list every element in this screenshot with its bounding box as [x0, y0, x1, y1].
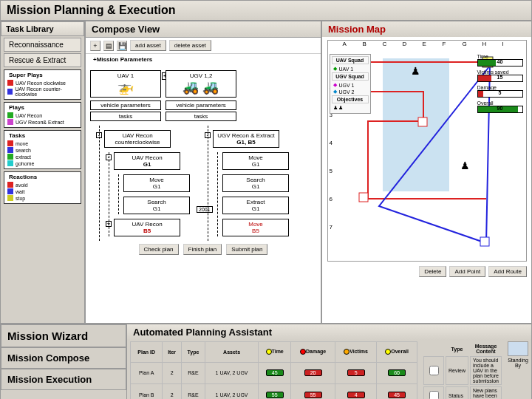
search-g1-node[interactable]: Search G1: [123, 197, 190, 214]
minus-icon[interactable]: -: [106, 154, 112, 160]
list-item[interactable]: UGV Recon& Extract: [7, 119, 78, 125]
ugv-squad-label: UGV Squad: [332, 72, 369, 81]
plays-box: Plays UAV Recon UGV Recon& Extract: [4, 102, 81, 128]
tasks-button[interactable]: tasks: [166, 112, 236, 121]
helicopter-icon: 🚁: [92, 79, 159, 95]
tasks-box: Tasks move search extract gohome: [4, 130, 81, 169]
list-item[interactable]: stop: [7, 195, 78, 201]
standing-by-label: Standing By: [508, 358, 528, 368]
map-legend: UAV Squad ◆UAV 1 UGV Squad ◆UGV 1 ◆UGV 2…: [330, 54, 371, 114]
svg-rect-3: [418, 117, 427, 126]
submit-plan-button[interactable]: Submit plan: [226, 244, 267, 255]
list-item[interactable]: UAV Recon: [7, 112, 78, 118]
minus-icon[interactable]: -: [205, 132, 211, 138]
svg-text:♟: ♟: [460, 160, 470, 171]
check-plan-button[interactable]: Check plan: [139, 244, 179, 255]
mission-map-panel: Mission Map ABCDEFGHI1234567 ♟ ♟ UAV Squ…: [321, 21, 532, 324]
task-library-tab[interactable]: Task Library: [1, 21, 84, 36]
uav1-box[interactable]: UAV 1+🚁: [90, 70, 161, 98]
mission-execution-tab[interactable]: Mission Execution: [1, 369, 126, 390]
finish-plan-button[interactable]: Finish plan: [183, 244, 222, 255]
tasks-button[interactable]: tasks: [90, 112, 161, 121]
list-item[interactable]: extract: [7, 154, 78, 160]
add-asset-button[interactable]: add asset: [130, 40, 166, 51]
plan-table: Plan IDIterTypeAssetsTimeDamageVictimsOv…: [130, 341, 417, 399]
mission-wizard-tab[interactable]: Mission Wizard: [1, 324, 126, 347]
vehicle-params-button[interactable]: vehicle parameters: [166, 100, 236, 110]
list-item[interactable]: wait: [7, 188, 78, 194]
move-g1-node[interactable]: Move G1: [123, 174, 190, 192]
table-row[interactable]: ReviewYou should include a UAV in the pl…: [423, 356, 502, 385]
list-item[interactable]: move: [7, 140, 78, 146]
msg-checkbox[interactable]: [429, 366, 439, 375]
mission-compose-tab[interactable]: Mission Compose: [1, 347, 126, 369]
vehicle-icon: 🚜 🚜: [168, 79, 234, 95]
move-b5-node[interactable]: Move B5: [222, 219, 289, 236]
svg-rect-5: [480, 237, 489, 246]
minus-icon[interactable]: -: [96, 132, 102, 138]
delete-asset-button[interactable]: delete asset: [169, 40, 211, 51]
plays-title: Plays: [6, 104, 79, 111]
assistant-icon: [508, 341, 528, 356]
save-icon[interactable]: 💾: [117, 41, 127, 51]
reactions-title: Reactions: [6, 174, 79, 180]
planning-assistant-title: Automated Planning Assistant: [127, 324, 531, 340]
uav-squad-label: UAV Squad: [332, 56, 369, 64]
mission-map-title: Mission Map: [322, 21, 531, 37]
delete-button[interactable]: Delete: [419, 266, 446, 277]
search-g1-node[interactable]: Search G1: [222, 174, 289, 192]
super-plays-box: Super Plays UAV Recon clockwise UAV Reco…: [4, 69, 81, 100]
task-library-panel: Task Library Reconnaissance Rescue & Ext…: [0, 21, 85, 324]
compose-view-tab: Compose View: [86, 21, 321, 38]
list-item[interactable]: UAV Recon clockwise: [7, 80, 78, 86]
add-point-button[interactable]: Add Point: [449, 266, 485, 277]
map-meters: Time40Victims saved15Damage5Overall90: [477, 54, 523, 116]
list-item[interactable]: gohome: [7, 160, 78, 166]
svg-rect-0: [383, 58, 449, 191]
planning-assistant-panel: Automated Planning Assistant Plan IDIter…: [126, 324, 531, 399]
wizard-nav: Mission Wizard Mission Compose Mission E…: [1, 324, 126, 399]
doc-icon[interactable]: ▤: [103, 41, 114, 51]
uav-recon-g1-node[interactable]: -UAV ReconG1: [114, 152, 180, 170]
msg-checkbox[interactable]: [429, 391, 439, 399]
objectives-label: Objectives: [332, 95, 369, 103]
table-row[interactable]: Plan B2R&E1 UAV, 2 UGV5555445: [131, 384, 417, 399]
lower-panel: Mission Wizard Mission Compose Mission E…: [0, 324, 532, 399]
move-g1-node[interactable]: Move G1: [222, 152, 289, 170]
plus-icon[interactable]: +: [106, 221, 112, 227]
compose-toolbar: + ▤ 💾 add asset delete asset: [86, 38, 321, 54]
table-row[interactable]: Plan A2R&E1 UAV, 2 UGV4520560: [131, 362, 417, 384]
mission-map[interactable]: ABCDEFGHI1234567 ♟ ♟ UAV Squad ◆UAV 1 UG…: [327, 40, 527, 262]
uav-recon-cc-node[interactable]: -UAV Recon counterclockwise: [104, 130, 171, 148]
vehicle-params-button[interactable]: vehicle parameters: [90, 100, 161, 110]
ugv-recon-extract-node[interactable]: -UGV Recon & ExtractG1, B5: [213, 130, 279, 148]
compose-panel: Compose View + ▤ 💾 add asset delete asse…: [85, 21, 321, 324]
svg-rect-4: [359, 193, 368, 202]
tasks-title: Tasks: [6, 132, 79, 139]
table-row[interactable]: StatusNew plans have been generated: [423, 386, 502, 399]
list-item[interactable]: UAV Recon counter-clockwise: [7, 86, 78, 97]
super-plays-title: Super Plays: [6, 72, 79, 78]
mission-parameters-label[interactable]: +Mission Parameters: [86, 56, 321, 63]
app-title: Mission Planning & Execution: [0, 0, 532, 21]
add-route-button[interactable]: Add Route: [488, 266, 527, 277]
plus-icon[interactable]: +: [90, 41, 100, 51]
ugv12-box[interactable]: UGV 1,2🚜 🚜: [166, 70, 236, 98]
extract-g1-node[interactable]: Extract G1: [222, 197, 289, 214]
numeric-badge: 2001: [197, 206, 213, 213]
message-table: TypeMessage Content ReviewYou should inc…: [422, 341, 503, 399]
reactions-box: Reactions avoid wait stop: [4, 171, 81, 204]
list-item[interactable]: search: [7, 147, 78, 153]
svg-text:♟: ♟: [411, 65, 420, 77]
uav-recon-b5-node[interactable]: +UAV ReconB5: [114, 219, 180, 236]
list-item[interactable]: avoid: [7, 182, 78, 188]
reconnaissance-tab[interactable]: Reconnaissance: [4, 38, 81, 52]
rescue-extract-tab[interactable]: Rescue & Extract: [4, 53, 81, 67]
